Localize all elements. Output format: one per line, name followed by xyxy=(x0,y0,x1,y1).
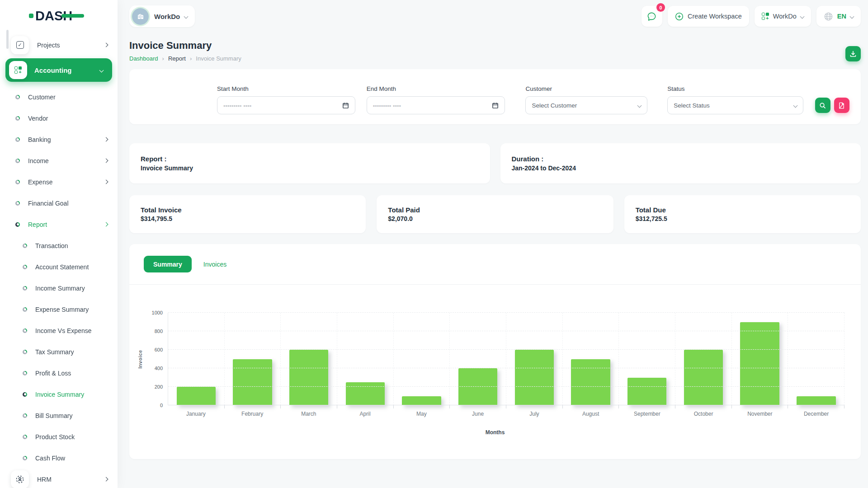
sidebar-item-customer[interactable]: Customer xyxy=(0,86,118,108)
download-icon xyxy=(849,50,857,57)
calendar-icon xyxy=(492,102,499,109)
x-axis-label: December xyxy=(788,411,844,417)
bar-june[interactable] xyxy=(458,368,498,405)
bar-july[interactable] xyxy=(515,350,554,405)
x-axis-label: September xyxy=(619,411,675,417)
download-button[interactable] xyxy=(845,46,861,61)
reset-filter-button[interactable] xyxy=(834,98,849,113)
topbar: WorkDo 0 Create Workspace xyxy=(129,0,861,33)
sidebar-item-income[interactable]: Income xyxy=(0,150,118,171)
sidebar-item-account-statement[interactable]: Account Statement xyxy=(0,256,118,277)
app-logo[interactable]: DASH xyxy=(0,0,118,32)
logo-dot-icon xyxy=(29,14,33,18)
bullet-icon xyxy=(15,180,20,184)
chat-icon xyxy=(646,11,657,22)
bar-march[interactable] xyxy=(289,350,329,405)
status-select[interactable]: Select Status xyxy=(667,96,803,114)
total-invoice-card: Total Invoice $314,795.5 xyxy=(129,195,366,233)
create-workspace-button[interactable]: Create Workspace xyxy=(668,6,749,27)
bar-september[interactable] xyxy=(627,378,667,406)
sidebar-item-banking[interactable]: Banking xyxy=(0,129,118,150)
sidebar-item-profit-loss[interactable]: Profit & Loss xyxy=(0,362,118,384)
bar-august[interactable] xyxy=(571,359,610,406)
globe-icon xyxy=(824,12,833,21)
messages-badge: 0 xyxy=(656,3,665,12)
report-value: Invoice Summary xyxy=(141,164,490,172)
bar-slot xyxy=(281,313,337,405)
breadcrumb-current: Invoice Summary xyxy=(196,55,241,62)
bar-january[interactable] xyxy=(177,387,216,405)
bullet-icon xyxy=(23,328,27,333)
bar-october[interactable] xyxy=(684,350,723,405)
sidebar-item-accounting[interactable]: + Accounting xyxy=(5,58,112,82)
bar-slot xyxy=(619,313,675,405)
bullet-icon xyxy=(15,137,20,142)
apps-menu-button[interactable]: + WorkDo xyxy=(755,6,811,27)
hrm-person-icon xyxy=(11,470,29,488)
calendar-icon xyxy=(342,102,349,109)
invoice-bar-chart: Invoice 02004006008001000 xyxy=(168,313,844,405)
sidebar-item-product-stock[interactable]: Product Stock xyxy=(0,426,118,447)
sidebar-item-vendor[interactable]: Vendor xyxy=(0,108,118,129)
bar-slot xyxy=(506,313,563,405)
end-month-input[interactable]: --------- ---- xyxy=(367,96,505,114)
bar-december[interactable] xyxy=(797,396,836,406)
breadcrumb-report[interactable]: Report xyxy=(168,55,186,62)
bullet-icon xyxy=(23,413,27,418)
bullet-icon xyxy=(15,222,20,227)
gridline xyxy=(168,368,844,368)
workspace-switcher[interactable]: WorkDo xyxy=(129,5,195,27)
bar-november[interactable] xyxy=(740,322,779,406)
chevron-down-icon xyxy=(800,14,804,19)
x-axis-label: October xyxy=(675,411,732,417)
sidebar-item-report[interactable]: Report xyxy=(0,214,118,235)
sidebar-menu: ✓ Projects + Accounting Customer Vendor … xyxy=(0,32,118,488)
x-axis-label: May xyxy=(393,411,450,417)
sidebar-item-invoice-summary[interactable]: Invoice Summary xyxy=(0,384,118,405)
y-axis-tick: 800 xyxy=(155,328,163,334)
messages-button[interactable]: 0 xyxy=(642,6,662,27)
breadcrumb-separator: › xyxy=(162,55,164,62)
sidebar-item-financial-goal[interactable]: Financial Goal xyxy=(0,192,118,214)
x-axis-label: June xyxy=(450,411,506,417)
search-button[interactable] xyxy=(815,98,830,113)
chevron-right-icon xyxy=(104,159,108,163)
sidebar-scrollbar[interactable] xyxy=(6,30,9,49)
total-paid-value: $2,070.0 xyxy=(388,215,613,222)
sidebar-item-income-summary[interactable]: Income Summary xyxy=(0,277,118,299)
bar-slot xyxy=(450,313,506,405)
sidebar-item-expense[interactable]: Expense xyxy=(0,171,118,192)
sidebar-item-income-vs-expense[interactable]: Income Vs Expense xyxy=(0,320,118,341)
bullet-icon xyxy=(23,244,27,248)
sidebar-item-hrm[interactable]: HRM xyxy=(0,469,118,488)
page-title: Invoice Summary xyxy=(129,40,241,52)
total-invoice-value: $314,795.5 xyxy=(141,215,366,222)
sidebar-item-bill-summary[interactable]: Bill Summary xyxy=(0,405,118,426)
gridline xyxy=(168,312,844,313)
x-axis-label: March xyxy=(281,411,337,417)
bar-february[interactable] xyxy=(233,359,272,406)
customer-select[interactable]: Select Customer xyxy=(525,96,647,114)
sidebar-item-expense-summary[interactable]: Expense Summary xyxy=(0,299,118,320)
bar-slot xyxy=(225,313,281,405)
sidebar: DASH ✓ Projects + Accounting Customer Ve… xyxy=(0,0,118,488)
sidebar-item-tax-summary[interactable]: Tax Summary xyxy=(0,341,118,362)
sidebar-item-cash-flow[interactable]: Cash Flow xyxy=(0,447,118,469)
status-label: Status xyxy=(667,85,803,92)
bullet-icon xyxy=(23,371,27,375)
logo-bar-icon xyxy=(61,14,84,18)
bar-april[interactable] xyxy=(346,382,385,405)
search-icon xyxy=(819,102,826,109)
sidebar-item-transaction[interactable]: Transaction xyxy=(0,235,118,256)
bars-area xyxy=(168,313,844,405)
tab-summary[interactable]: Summary xyxy=(144,256,192,272)
breadcrumb-dashboard[interactable]: Dashboard xyxy=(129,55,158,62)
language-selector[interactable]: EN xyxy=(816,6,861,27)
start-month-input[interactable]: --------- ---- xyxy=(217,96,355,114)
start-month-label: Start Month xyxy=(217,85,355,92)
bar-may[interactable] xyxy=(402,396,441,406)
bar-slot xyxy=(563,313,619,405)
sidebar-item-projects[interactable]: ✓ Projects xyxy=(0,34,118,56)
tab-invoices[interactable]: Invoices xyxy=(203,261,226,268)
x-axis-label: November xyxy=(732,411,788,417)
